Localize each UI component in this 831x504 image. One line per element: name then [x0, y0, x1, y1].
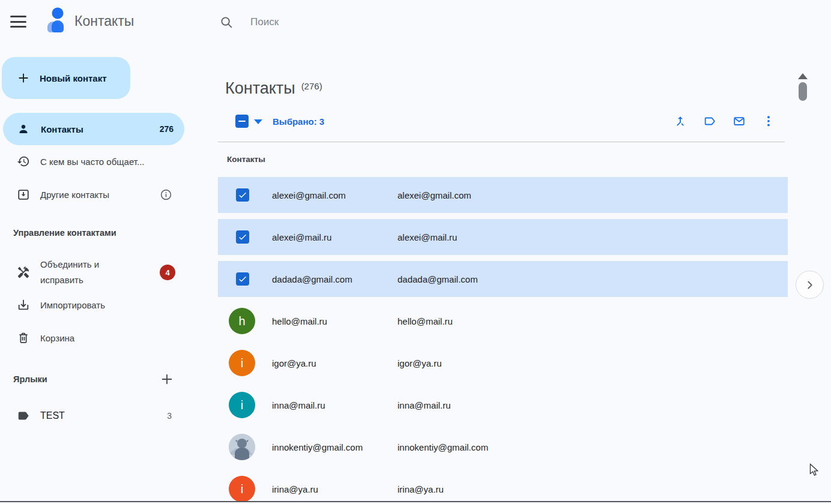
- tag-icon: [17, 409, 30, 422]
- google-contacts-app: Контакты Поиск Новый контакт Контакты 27…: [0, 0, 831, 504]
- avatar: h: [229, 308, 255, 334]
- page-title-text: Контакты: [225, 79, 295, 97]
- contact-name: alexei@mail.ru: [272, 232, 331, 242]
- menu-icon[interactable]: [10, 16, 26, 28]
- plus-icon: [17, 72, 29, 84]
- trash-icon: [17, 331, 30, 344]
- contact-name: hello@mail.ru: [272, 316, 327, 326]
- search-input[interactable]: Поиск: [220, 12, 556, 32]
- label-count: 3: [167, 411, 172, 421]
- list-column-header: Контакты: [227, 155, 265, 164]
- sidebar-item-label: Импортировать: [40, 300, 105, 310]
- contact-email: innokentiy@gmail.com: [397, 442, 488, 452]
- labels-heading: Ярлыки: [13, 373, 216, 386]
- sidebar-item-label: Другие контакты: [40, 190, 109, 200]
- new-contact-label: Новый контакт: [40, 73, 107, 83]
- select-dropdown-icon[interactable]: [254, 119, 262, 128]
- contact-email: irina@ya.ru: [397, 484, 444, 494]
- scrollbar-up-arrow[interactable]: [798, 73, 808, 79]
- contacts-count: 276: [160, 124, 174, 134]
- contact-list: alexei@gmail.com alexei@gmail.com alexei…: [218, 177, 788, 504]
- contact-name: innokentiy@gmail.com: [272, 442, 363, 452]
- merge-icon[interactable]: [674, 115, 687, 128]
- contact-row[interactable]: h hello@mail.ru hello@mail.ru: [218, 303, 788, 339]
- add-label-icon[interactable]: [160, 373, 174, 386]
- contact-row[interactable]: dadada@gmail.com dadada@gmail.com: [218, 261, 788, 297]
- email-icon[interactable]: [733, 115, 746, 128]
- row-checkbox-checked[interactable]: [236, 188, 249, 202]
- contact-email: alexei@gmail.com: [397, 190, 471, 200]
- next-page-button[interactable]: [796, 271, 824, 299]
- sidebar-item-label: Корзина: [40, 333, 74, 343]
- sidebar-item-contacts[interactable]: Контакты 276: [3, 113, 184, 145]
- select-all-checkbox[interactable]: [235, 115, 249, 128]
- app-title: Контакты: [74, 13, 134, 29]
- new-contact-button[interactable]: Новый контакт: [2, 57, 130, 99]
- contact-name: igor@ya.ru: [272, 358, 316, 368]
- contacts-logo-icon: [43, 6, 70, 35]
- contact-email: dadada@gmail.com: [397, 274, 478, 284]
- app-header: Контакты Поиск: [0, 0, 831, 43]
- row-checkbox-checked[interactable]: [236, 272, 249, 286]
- person-icon: [17, 122, 30, 136]
- row-checkbox-checked[interactable]: [236, 230, 249, 244]
- contact-name: inna@mail.ru: [272, 400, 325, 410]
- selection-toolbar: Выбрано: 3: [225, 110, 785, 132]
- avatar: i: [229, 350, 255, 376]
- contact-name: irina@ya.ru: [272, 484, 318, 494]
- search-placeholder: Поиск: [250, 16, 279, 28]
- contact-email: igor@ya.ru: [397, 358, 442, 368]
- avatar: i: [229, 392, 255, 418]
- toolbar-divider: [218, 142, 785, 142]
- import-icon: [17, 298, 30, 311]
- more-vert-icon[interactable]: [762, 115, 775, 128]
- scrollbar-thumb[interactable]: [799, 82, 807, 101]
- contact-row[interactable]: alexei@gmail.com alexei@gmail.com: [218, 177, 788, 213]
- contact-row[interactable]: i irina@ya.ru irina@ya.ru: [218, 471, 788, 504]
- merge-count-badge: 4: [160, 265, 175, 280]
- contact-email: inna@mail.ru: [397, 400, 451, 410]
- sidebar: Новый контакт Контакты 276 С кем вы част…: [0, 43, 216, 504]
- contact-email: alexei@mail.ru: [397, 232, 457, 242]
- other-contacts-icon: [17, 188, 30, 201]
- search-icon: [220, 16, 234, 29]
- sidebar-item-frequent[interactable]: С кем вы часто общает...: [0, 146, 216, 177]
- sidebar-item-import[interactable]: Импортировать: [0, 289, 216, 320]
- contact-email: hello@mail.ru: [397, 316, 453, 326]
- sidebar-item-merge-fix[interactable]: Объединить и исправить 4: [0, 256, 216, 289]
- labels-heading-text: Ярлыки: [13, 374, 47, 384]
- selected-count-label: Выбрано: 3: [273, 116, 324, 127]
- label-name: TEST: [40, 410, 65, 421]
- sidebar-item-other-contacts[interactable]: Другие контакты: [0, 179, 216, 210]
- toolbar-actions: [674, 115, 775, 128]
- avatar-photo: [229, 434, 255, 460]
- page-title: Контакты(276): [225, 79, 322, 98]
- history-icon: [17, 155, 30, 168]
- main-content: Контакты(276) Выбрано: 3: [216, 43, 831, 504]
- management-heading: Управление контактами: [13, 228, 116, 238]
- contact-row[interactable]: i inna@mail.ru inna@mail.ru: [218, 387, 788, 423]
- total-count: (276): [301, 81, 322, 91]
- contact-row[interactable]: innokentiy@gmail.com innokentiy@gmail.co…: [218, 429, 788, 465]
- contact-name: alexei@gmail.com: [272, 190, 346, 200]
- contact-row[interactable]: i igor@ya.ru igor@ya.ru: [218, 345, 788, 381]
- sidebar-item-label-test[interactable]: TEST 3: [0, 400, 216, 431]
- avatar: i: [229, 476, 255, 502]
- label-icon[interactable]: [703, 115, 716, 128]
- sidebar-item-label: Контакты: [41, 124, 83, 134]
- contact-name: dadada@gmail.com: [272, 274, 352, 284]
- screen-bottom-edge: [0, 501, 831, 504]
- info-icon[interactable]: [160, 188, 172, 201]
- sidebar-item-trash[interactable]: Корзина: [0, 322, 216, 353]
- tools-icon: [17, 266, 30, 279]
- sidebar-item-label: Объединить и исправить: [40, 257, 136, 288]
- sidebar-item-label: С кем вы часто общает...: [40, 157, 145, 167]
- contact-row[interactable]: alexei@mail.ru alexei@mail.ru: [218, 219, 788, 255]
